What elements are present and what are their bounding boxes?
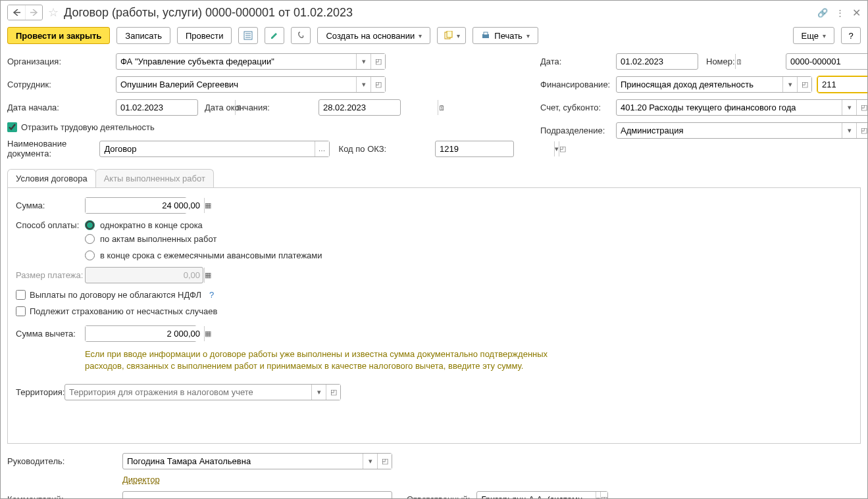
deduct-hint: Если при вводе информации о договоре раб… [85,348,559,372]
open-icon[interactable]: ◰ [326,385,340,400]
save-button[interactable]: Записать [116,27,170,44]
employee-input[interactable] [116,77,356,92]
deduct-input[interactable] [86,326,204,341]
date-label: Дата: [540,57,616,66]
open-icon[interactable]: ◰ [856,123,868,138]
open-icon[interactable]: ◰ [600,492,607,499]
attach-icon-button[interactable] [291,27,311,44]
more-button[interactable]: Еще [793,27,834,44]
department-input[interactable] [617,123,842,138]
open-icon[interactable]: ◰ [797,77,811,92]
dropdown-icon[interactable]: ▾ [596,492,600,499]
dropdown-icon[interactable]: ▾ [363,454,377,469]
docname-field[interactable]: … [99,141,329,157]
paysize-field: ▦ [85,267,203,283]
docname-input[interactable] [100,141,314,156]
date-field[interactable]: 🗓 [616,53,698,70]
open-icon[interactable]: ◰ [856,100,868,115]
account-field[interactable]: ▾ ◰ [616,99,868,116]
payway-option-3: в конце срока с ежемесячными авансовыми … [100,250,322,260]
kebab-menu-icon[interactable]: ⋮ [836,8,844,18]
post-and-close-button[interactable]: Провести и закрыть [7,27,110,44]
organization-label: Организация: [7,57,116,66]
edit-icon-button[interactable] [265,27,284,44]
leader-input[interactable] [123,454,363,469]
tab-acts[interactable]: Акты выполненных работ [95,169,214,187]
dropdown-icon[interactable]: ▾ [842,123,856,138]
no-ndfl-label: Выплаты по договору не облагаются НДФЛ [30,290,201,300]
department-field[interactable]: ▾ ◰ [616,122,868,139]
dropdown-icon[interactable]: ▾ [311,385,326,400]
calendar-icon[interactable]: 🗓 [438,100,446,115]
dropdown-icon[interactable]: ▾ [356,54,370,69]
open-icon[interactable]: ◰ [377,454,392,469]
link-icon[interactable]: 🔗 [817,8,828,18]
ellipsis-icon[interactable]: … [315,141,329,156]
calc-icon[interactable]: ▦ [204,198,211,213]
open-icon[interactable]: ◰ [370,77,385,92]
financing-field[interactable]: ▾ ◰ [616,76,812,93]
financing-label: Финансирование: [540,80,616,89]
tab-conditions[interactable]: Условия договора [7,169,96,187]
help-icon[interactable]: ? [209,290,214,300]
employee-field[interactable]: ▾ ◰ [116,76,386,93]
account-input[interactable] [617,100,842,115]
payway-radio-2[interactable] [85,234,95,244]
svg-rect-7 [447,31,452,37]
territory-input[interactable] [65,385,311,400]
favorite-star-icon[interactable]: ☆ [48,5,59,20]
sum-field[interactable]: ▦ [85,197,187,214]
deduct-field[interactable]: ▦ [85,325,197,342]
nav-forward-button[interactable] [25,5,42,20]
employee-label: Сотрудник: [7,80,116,89]
responsible-field[interactable]: ▾ ◰ [476,491,608,499]
end-date-field[interactable]: 🗓 [319,99,401,116]
nav-back-button[interactable] [8,5,25,20]
number-input[interactable] [786,54,868,69]
end-date-input[interactable] [319,100,438,115]
svg-rect-9 [484,32,488,35]
organization-input[interactable] [116,54,356,69]
create-based-button[interactable]: Создать на основании [317,27,430,44]
dropdown-icon[interactable]: ▾ [356,77,370,92]
responsible-label: Ответственный: [407,494,470,499]
leader-field[interactable]: ▾ ◰ [122,453,392,469]
financing-input[interactable] [617,77,782,92]
help-button[interactable]: ? [841,27,861,44]
sum-label: Сумма: [16,201,85,210]
end-date-label: Дата окончания: [205,103,313,112]
copy-icon-button[interactable] [437,27,466,44]
reflect-labor-checkbox[interactable] [7,122,17,132]
start-date-field[interactable]: 🗓 [116,99,198,116]
sum-input[interactable] [86,198,204,213]
leader-label: Руководитель: [7,456,116,466]
close-icon[interactable]: ✕ [852,7,861,19]
kosgu-input[interactable] [818,77,868,92]
responsible-input[interactable] [477,492,596,499]
payway-radio-3[interactable] [85,250,95,260]
comment-label: Комментарий: [7,494,116,499]
insurance-checkbox[interactable] [16,306,26,316]
no-ndfl-checkbox[interactable] [16,290,26,300]
okz-input[interactable] [436,141,554,156]
post-button[interactable]: Провести [177,27,232,44]
number-label: Номер: [706,57,782,66]
open-icon[interactable]: ◰ [370,54,385,69]
okz-field[interactable]: ▾ ◰ [435,141,514,157]
territory-field[interactable]: ▾ ◰ [64,384,341,400]
okz-label: Код по ОКЗ: [339,144,431,154]
dropdown-icon[interactable]: ▾ [842,100,856,115]
payway-radio-1[interactable] [85,220,95,230]
comment-input[interactable] [123,492,392,499]
calc-icon[interactable]: ▦ [204,326,211,341]
dropdown-icon[interactable]: ▾ [782,77,797,92]
account-label: Счет, субконто: [540,103,616,112]
organization-field[interactable]: ▾ ◰ [116,53,386,70]
comment-field[interactable] [122,491,392,499]
leader-post-link[interactable]: Директор [122,475,160,485]
print-button[interactable]: Печать [472,27,538,44]
start-date-label: Дата начала: [7,103,116,112]
kosgu-field[interactable]: ▾ ◰ [817,76,868,93]
number-field[interactable] [786,53,868,70]
list-icon-button[interactable] [238,27,258,44]
